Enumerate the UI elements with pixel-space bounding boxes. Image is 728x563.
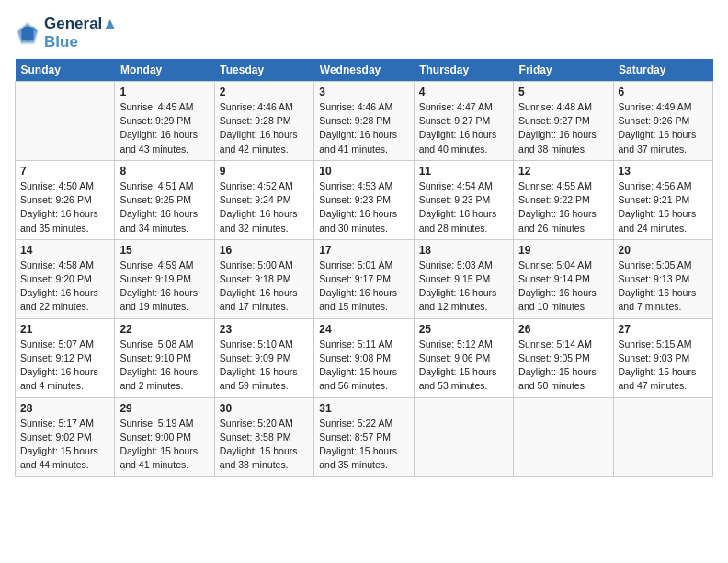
- weekday-header-wednesday: Wednesday: [314, 59, 414, 82]
- weekday-header-row: SundayMondayTuesdayWednesdayThursdayFrid…: [16, 59, 713, 82]
- day-number: 20: [619, 244, 708, 257]
- day-number: 11: [419, 165, 508, 178]
- day-number: 17: [319, 244, 408, 257]
- logo: General▲ Blue: [15, 15, 118, 52]
- day-number: 15: [119, 244, 209, 257]
- calendar-cell: 21Sunrise: 5:07 AMSunset: 9:12 PMDayligh…: [16, 318, 115, 397]
- day-number: 21: [20, 323, 109, 336]
- day-info: Sunrise: 5:01 AMSunset: 9:17 PMDaylight:…: [319, 259, 408, 315]
- calendar-cell: [414, 397, 513, 477]
- calendar-week-row: 7Sunrise: 4:50 AMSunset: 9:26 PMDaylight…: [16, 160, 713, 239]
- calendar-cell: 11Sunrise: 4:54 AMSunset: 9:23 PMDayligh…: [414, 160, 513, 239]
- day-number: 1: [119, 86, 209, 98]
- calendar-cell: 17Sunrise: 5:01 AMSunset: 9:17 PMDayligh…: [314, 239, 414, 318]
- calendar-cell: 19Sunrise: 5:04 AMSunset: 9:14 PMDayligh…: [514, 239, 613, 318]
- calendar-cell: 15Sunrise: 4:59 AMSunset: 9:19 PMDayligh…: [115, 239, 214, 318]
- day-info: Sunrise: 4:53 AMSunset: 9:23 PMDaylight:…: [319, 179, 408, 236]
- day-info: Sunrise: 5:08 AMSunset: 9:10 PMDaylight:…: [119, 338, 209, 394]
- weekday-header-sunday: Sunday: [16, 59, 115, 82]
- calendar-cell: 6Sunrise: 4:49 AMSunset: 9:26 PMDaylight…: [613, 82, 712, 161]
- calendar-cell: 14Sunrise: 4:58 AMSunset: 9:20 PMDayligh…: [16, 239, 115, 318]
- calendar-table: SundayMondayTuesdayWednesdayThursdayFrid…: [15, 59, 713, 477]
- calendar-cell: 3Sunrise: 4:46 AMSunset: 9:28 PMDaylight…: [314, 82, 414, 161]
- calendar-cell: 29Sunrise: 5:19 AMSunset: 9:00 PMDayligh…: [115, 397, 214, 477]
- day-info: Sunrise: 5:07 AMSunset: 9:12 PMDaylight:…: [20, 338, 109, 394]
- weekday-header-thursday: Thursday: [414, 59, 513, 82]
- calendar-week-row: 14Sunrise: 4:58 AMSunset: 9:20 PMDayligh…: [16, 239, 713, 318]
- weekday-header-friday: Friday: [514, 59, 613, 82]
- day-number: 9: [220, 165, 309, 178]
- day-number: 26: [518, 323, 608, 336]
- day-number: 5: [518, 86, 608, 98]
- calendar-cell: [16, 82, 115, 161]
- day-info: Sunrise: 5:05 AMSunset: 9:13 PMDaylight:…: [619, 259, 708, 315]
- calendar-cell: 5Sunrise: 4:48 AMSunset: 9:27 PMDaylight…: [514, 82, 613, 161]
- weekday-header-saturday: Saturday: [613, 59, 712, 82]
- day-number: 14: [20, 244, 109, 257]
- day-number: 23: [220, 323, 309, 336]
- calendar-cell: [514, 397, 613, 477]
- day-info: Sunrise: 5:19 AMSunset: 9:00 PMDaylight:…: [119, 417, 209, 473]
- day-number: 24: [319, 323, 408, 336]
- day-number: 27: [619, 323, 708, 336]
- weekday-header-tuesday: Tuesday: [214, 59, 313, 82]
- day-info: Sunrise: 4:55 AMSunset: 9:22 PMDaylight:…: [518, 179, 608, 236]
- page-header: General▲ Blue: [15, 15, 713, 52]
- day-info: Sunrise: 4:46 AMSunset: 9:28 PMDaylight:…: [220, 100, 309, 156]
- calendar-week-row: 21Sunrise: 5:07 AMSunset: 9:12 PMDayligh…: [16, 318, 713, 397]
- day-info: Sunrise: 5:03 AMSunset: 9:15 PMDaylight:…: [419, 259, 508, 315]
- day-number: 12: [518, 165, 608, 178]
- day-number: 22: [119, 323, 209, 336]
- day-number: 10: [319, 165, 408, 178]
- day-number: 18: [419, 244, 508, 257]
- calendar-cell: [613, 397, 712, 477]
- day-info: Sunrise: 4:58 AMSunset: 9:20 PMDaylight:…: [20, 259, 109, 315]
- day-info: Sunrise: 4:48 AMSunset: 9:27 PMDaylight:…: [518, 100, 608, 156]
- day-info: Sunrise: 4:59 AMSunset: 9:19 PMDaylight:…: [119, 259, 209, 315]
- calendar-cell: 2Sunrise: 4:46 AMSunset: 9:28 PMDaylight…: [214, 82, 313, 161]
- day-number: 4: [419, 86, 508, 98]
- calendar-week-row: 1Sunrise: 4:45 AMSunset: 9:29 PMDaylight…: [16, 82, 713, 161]
- calendar-cell: 4Sunrise: 4:47 AMSunset: 9:27 PMDaylight…: [414, 82, 513, 161]
- calendar-cell: 18Sunrise: 5:03 AMSunset: 9:15 PMDayligh…: [414, 239, 513, 318]
- calendar-cell: 9Sunrise: 4:52 AMSunset: 9:24 PMDaylight…: [214, 160, 313, 239]
- day-number: 30: [220, 402, 309, 415]
- day-number: 7: [20, 165, 109, 178]
- calendar-cell: 20Sunrise: 5:05 AMSunset: 9:13 PMDayligh…: [613, 239, 712, 318]
- calendar-cell: 16Sunrise: 5:00 AMSunset: 9:18 PMDayligh…: [214, 239, 313, 318]
- day-info: Sunrise: 4:56 AMSunset: 9:21 PMDaylight:…: [619, 179, 708, 236]
- day-number: 19: [518, 244, 608, 257]
- day-info: Sunrise: 5:11 AMSunset: 9:08 PMDaylight:…: [319, 338, 408, 394]
- day-info: Sunrise: 5:00 AMSunset: 9:18 PMDaylight:…: [220, 259, 309, 315]
- calendar-cell: 25Sunrise: 5:12 AMSunset: 9:06 PMDayligh…: [414, 318, 513, 397]
- day-info: Sunrise: 4:46 AMSunset: 9:28 PMDaylight:…: [319, 100, 408, 156]
- calendar-cell: 28Sunrise: 5:17 AMSunset: 9:02 PMDayligh…: [16, 397, 115, 477]
- calendar-cell: 22Sunrise: 5:08 AMSunset: 9:10 PMDayligh…: [115, 318, 214, 397]
- day-info: Sunrise: 5:15 AMSunset: 9:03 PMDaylight:…: [619, 338, 708, 394]
- day-number: 28: [20, 402, 109, 415]
- day-info: Sunrise: 5:12 AMSunset: 9:06 PMDaylight:…: [419, 338, 508, 394]
- day-info: Sunrise: 5:17 AMSunset: 9:02 PMDaylight:…: [20, 417, 109, 473]
- calendar-cell: 27Sunrise: 5:15 AMSunset: 9:03 PMDayligh…: [613, 318, 712, 397]
- day-info: Sunrise: 4:51 AMSunset: 9:25 PMDaylight:…: [119, 179, 209, 236]
- day-info: Sunrise: 5:20 AMSunset: 8:58 PMDaylight:…: [220, 417, 309, 473]
- calendar-cell: 26Sunrise: 5:14 AMSunset: 9:05 PMDayligh…: [514, 318, 613, 397]
- day-info: Sunrise: 5:10 AMSunset: 9:09 PMDaylight:…: [220, 338, 309, 394]
- day-info: Sunrise: 4:54 AMSunset: 9:23 PMDaylight:…: [419, 179, 508, 236]
- day-number: 3: [319, 86, 408, 98]
- day-info: Sunrise: 4:47 AMSunset: 9:27 PMDaylight:…: [419, 100, 508, 156]
- weekday-header-monday: Monday: [115, 59, 214, 82]
- calendar-cell: 12Sunrise: 4:55 AMSunset: 9:22 PMDayligh…: [514, 160, 613, 239]
- day-number: 6: [619, 86, 708, 98]
- calendar-cell: 8Sunrise: 4:51 AMSunset: 9:25 PMDaylight…: [115, 160, 214, 239]
- day-info: Sunrise: 4:52 AMSunset: 9:24 PMDaylight:…: [220, 179, 309, 236]
- logo-text: General▲ Blue: [44, 15, 118, 52]
- calendar-cell: 7Sunrise: 4:50 AMSunset: 9:26 PMDaylight…: [16, 160, 115, 239]
- calendar-cell: 10Sunrise: 4:53 AMSunset: 9:23 PMDayligh…: [314, 160, 414, 239]
- day-number: 29: [119, 402, 209, 415]
- day-info: Sunrise: 4:49 AMSunset: 9:26 PMDaylight:…: [619, 100, 708, 156]
- calendar-cell: 30Sunrise: 5:20 AMSunset: 8:58 PMDayligh…: [214, 397, 313, 477]
- calendar-cell: 1Sunrise: 4:45 AMSunset: 9:29 PMDaylight…: [115, 82, 214, 161]
- calendar-cell: 13Sunrise: 4:56 AMSunset: 9:21 PMDayligh…: [613, 160, 712, 239]
- day-info: Sunrise: 4:45 AMSunset: 9:29 PMDaylight:…: [119, 100, 209, 156]
